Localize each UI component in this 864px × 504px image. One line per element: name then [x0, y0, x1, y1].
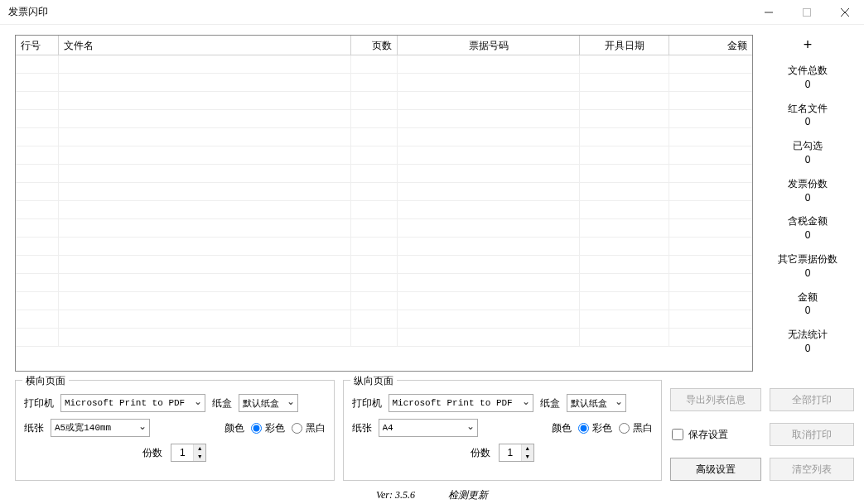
landscape-color-label: 颜色 [224, 421, 244, 435]
print-all-button[interactable]: 全部打印 [770, 388, 854, 411]
maximize-button[interactable] [788, 0, 826, 24]
stat-invoice-copies: 发票份数 0 [788, 177, 828, 205]
portrait-color-radio[interactable]: 彩色 [578, 421, 612, 435]
col-pages[interactable]: 页数 [351, 36, 398, 55]
stat-value: 0 [788, 115, 828, 129]
stat-tax-amount: 含税金额 0 [788, 214, 828, 242]
stat-label: 文件总数 [788, 64, 828, 78]
stat-checked: 已勾选 0 [793, 139, 823, 167]
stat-value: 0 [798, 304, 818, 318]
spin-down-icon[interactable]: ▼ [522, 453, 533, 461]
advanced-settings-button[interactable]: 高级设置 [670, 458, 761, 481]
stat-value: 0 [778, 266, 837, 281]
export-list-button[interactable]: 导出列表信息 [670, 388, 761, 411]
stat-total-files: 文件总数 0 [788, 64, 828, 92]
portrait-group: 纵向页面 打印机 Microsoft Print to PDF 纸盒 默认纸盒 … [343, 380, 663, 481]
landscape-tray-select[interactable]: 默认纸盒 [239, 394, 298, 412]
middle-buttons: 导出列表信息 保存设置 高级设置 [670, 380, 761, 481]
close-button[interactable] [826, 0, 864, 24]
portrait-color-label: 颜色 [552, 421, 572, 435]
col-billno[interactable]: 票据号码 [398, 36, 580, 55]
table-body[interactable] [16, 55, 752, 371]
spin-down-icon[interactable]: ▼ [194, 453, 205, 461]
svg-rect-1 [804, 8, 811, 16]
stat-value: 0 [788, 342, 828, 356]
landscape-paper-select[interactable]: A5或宽140mm [51, 419, 150, 437]
add-button[interactable]: + [799, 36, 818, 54]
spin-up-icon[interactable]: ▲ [194, 444, 205, 453]
col-filename[interactable]: 文件名 [59, 36, 351, 55]
invoice-table[interactable]: 行号 文件名 页数 票据号码 开具日期 金额 [15, 35, 753, 372]
stat-value: 0 [793, 153, 823, 167]
portrait-bw-radio[interactable]: 黑白 [619, 421, 653, 435]
stat-value: 0 [788, 191, 828, 205]
version-label: Ver: 3.5.6 [376, 489, 415, 502]
portrait-paper-select[interactable]: A4 [379, 419, 478, 437]
cancel-print-button[interactable]: 取消打印 [770, 423, 854, 446]
stat-label: 其它票据份数 [778, 252, 837, 266]
stats-panel: + 文件总数 0 红名文件 0 已勾选 0 发票份数 0 含税金额 0 其它票据… [761, 35, 854, 372]
table-header: 行号 文件名 页数 票据号码 开具日期 金额 [16, 36, 752, 55]
portrait-paper-label: 纸张 [352, 421, 372, 435]
spin-up-icon[interactable]: ▲ [522, 444, 533, 453]
landscape-group: 横向页面 打印机 Microsoft Print to PDF 纸盒 默认纸盒 … [15, 380, 335, 481]
landscape-copies-spinner[interactable]: ▲▼ [171, 444, 206, 462]
statusbar: Ver: 3.5.6 检测更新 [0, 486, 864, 504]
minimize-button[interactable] [750, 0, 788, 24]
portrait-copies-label: 份数 [471, 446, 490, 460]
titlebar: 发票闪印 [0, 0, 864, 25]
col-row[interactable]: 行号 [16, 36, 59, 55]
clear-list-button[interactable]: 清空列表 [770, 458, 854, 481]
portrait-printer-label: 打印机 [352, 396, 382, 410]
landscape-tray-label: 纸盒 [212, 396, 232, 410]
landscape-printer-label: 打印机 [24, 396, 54, 410]
landscape-bw-radio[interactable]: 黑白 [292, 421, 326, 435]
stat-value: 0 [788, 78, 828, 92]
portrait-tray-label: 纸盒 [540, 396, 560, 410]
stat-label: 含税金额 [788, 214, 828, 228]
right-buttons: 全部打印 取消打印 清空列表 [770, 380, 854, 481]
portrait-copies-input[interactable] [500, 444, 521, 461]
stat-value: 0 [788, 228, 828, 242]
portrait-legend: 纵向页面 [350, 374, 397, 388]
save-settings-checkbox[interactable]: 保存设置 [670, 423, 761, 446]
landscape-color-radio[interactable]: 彩色 [251, 421, 285, 435]
stat-label: 无法统计 [788, 328, 828, 342]
col-date[interactable]: 开具日期 [580, 36, 669, 55]
stat-other-bills: 其它票据份数 0 [778, 252, 837, 281]
landscape-paper-label: 纸张 [24, 421, 44, 435]
stat-label: 红名文件 [788, 102, 828, 116]
window-title: 发票闪印 [8, 5, 750, 19]
portrait-copies-spinner[interactable]: ▲▼ [499, 444, 534, 462]
stat-label: 发票份数 [788, 177, 828, 191]
window-controls [750, 0, 864, 24]
landscape-printer-select[interactable]: Microsoft Print to PDF [60, 394, 205, 412]
stat-red-files: 红名文件 0 [788, 102, 828, 130]
portrait-tray-select[interactable]: 默认纸盒 [567, 394, 626, 412]
stat-unknown: 无法统计 0 [788, 328, 828, 356]
stat-label: 金额 [798, 290, 818, 305]
check-update-link[interactable]: 检测更新 [448, 488, 488, 502]
landscape-copies-label: 份数 [142, 446, 162, 460]
col-amount[interactable]: 金额 [669, 36, 752, 55]
landscape-legend: 横向页面 [22, 374, 69, 388]
landscape-copies-input[interactable] [171, 444, 193, 461]
portrait-printer-select[interactable]: Microsoft Print to PDF [389, 394, 533, 412]
stat-label: 已勾选 [793, 139, 823, 153]
stat-amount: 金额 0 [798, 290, 818, 319]
